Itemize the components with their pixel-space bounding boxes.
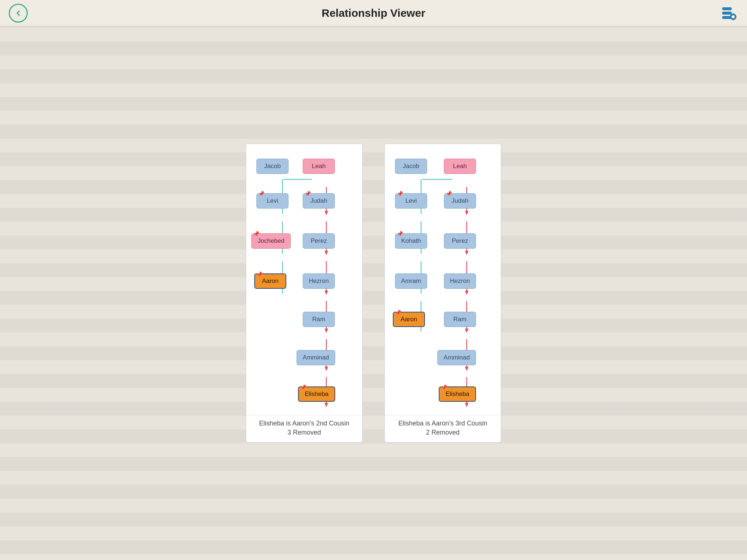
- node-kohath-2[interactable]: 📌Kohath: [395, 233, 427, 249]
- svg-marker-30: [325, 291, 328, 295]
- node-amram-2[interactable]: Amram: [395, 273, 427, 289]
- node-perez-2[interactable]: Perez: [444, 233, 476, 249]
- node-jacob-2[interactable]: Jacob: [395, 159, 427, 174]
- node-leah-2[interactable]: Leah: [444, 159, 476, 174]
- svg-marker-29: [325, 251, 328, 255]
- node-ram-2[interactable]: Ram: [444, 312, 476, 327]
- node-aaron-1[interactable]: 📌Aaron: [254, 273, 286, 289]
- node-judah-2[interactable]: 📌Judah: [444, 193, 476, 209]
- panel1-description: Elisheba is Aaron's 2nd Cousin 3 Removed: [246, 415, 362, 442]
- panel2-description: Elisheba is Aaron's 3rd Cousin 2 Removed: [385, 415, 501, 442]
- svg-rect-6: [733, 19, 734, 20]
- back-button[interactable]: [9, 4, 28, 23]
- svg-marker-57: [465, 291, 469, 295]
- tree-panel-1: Jacob Leah 📌Levi 📌Judah 📌Jochebed Perez …: [246, 144, 363, 443]
- page-title: Relationship Viewer: [322, 7, 426, 19]
- svg-marker-56: [465, 251, 469, 255]
- svg-marker-28: [325, 211, 328, 215]
- node-jacob-1[interactable]: Jacob: [256, 159, 289, 174]
- settings-button[interactable]: [719, 4, 738, 23]
- svg-marker-55: [465, 211, 469, 215]
- svg-rect-7: [729, 16, 731, 17]
- node-judah-1[interactable]: 📌Judah: [303, 193, 335, 209]
- node-amminad-1[interactable]: Amminad: [297, 350, 335, 365]
- node-amminad-2[interactable]: Amminad: [437, 350, 476, 365]
- svg-marker-32: [325, 367, 328, 371]
- svg-marker-58: [465, 328, 469, 333]
- svg-point-4: [732, 15, 735, 18]
- node-hezron-1[interactable]: Hezron: [303, 273, 335, 289]
- node-ram-1[interactable]: Ram: [303, 312, 335, 327]
- svg-rect-0: [722, 7, 732, 10]
- svg-marker-59: [465, 367, 469, 371]
- svg-rect-1: [722, 12, 732, 15]
- main-content: Jacob Leah 📌Levi 📌Judah 📌Jochebed Perez …: [0, 26, 747, 560]
- svg-marker-33: [325, 403, 328, 407]
- svg-rect-5: [733, 13, 734, 15]
- node-hezron-2[interactable]: Hezron: [444, 273, 476, 289]
- node-elisheba-1[interactable]: 📌Elisheba: [298, 386, 335, 402]
- svg-marker-31: [325, 328, 328, 333]
- node-aaron-2[interactable]: 📌Aaron: [393, 312, 425, 327]
- node-perez-1[interactable]: Perez: [303, 233, 335, 249]
- node-levi-2[interactable]: 📌Levi: [395, 193, 427, 209]
- node-elisheba-2[interactable]: 📌Elisheba: [439, 386, 476, 402]
- svg-marker-60: [465, 403, 469, 407]
- node-jochebed-1[interactable]: 📌Jochebed: [251, 233, 291, 249]
- tree-panel-2: Jacob Leah 📌Levi 📌Judah 📌Kohath Perez Am…: [384, 144, 501, 443]
- node-leah-1[interactable]: Leah: [303, 159, 335, 174]
- svg-rect-8: [735, 16, 736, 17]
- node-levi-1[interactable]: 📌Levi: [256, 193, 289, 209]
- header: Relationship Viewer: [0, 0, 747, 26]
